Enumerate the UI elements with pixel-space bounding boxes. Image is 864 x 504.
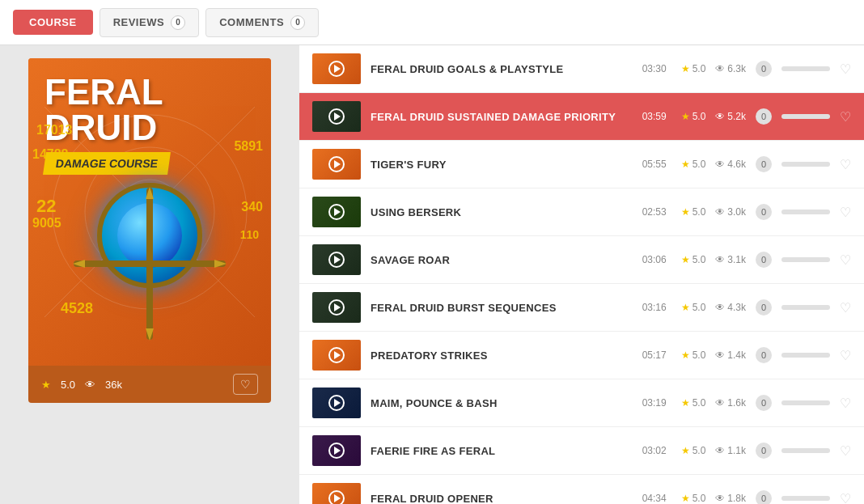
video-views-stat: 👁 1.6k — [715, 397, 746, 409]
video-thumbnail — [312, 101, 361, 132]
video-count-badge: 0 — [756, 204, 772, 220]
views-value: 1.8k — [727, 493, 746, 504]
video-duration: 03:02 — [642, 445, 671, 456]
video-item[interactable]: FERAL DRUID SUSTAINED DAMAGE PRIORITY 03… — [299, 93, 864, 141]
video-item[interactable]: TIGER'S FURY 05:55 ★ 5.0 👁 4.6k 0 ♡ — [299, 141, 864, 188]
play-button-icon — [328, 252, 345, 268]
video-rating-stat: ★ 5.0 — [681, 206, 706, 218]
video-item[interactable]: USING BERSERK 02:53 ★ 5.0 👁 3.0k 0 ♡ — [299, 188, 864, 236]
video-info: FAERIE FIRE AS FERAL — [371, 445, 633, 457]
rating-value: 5.0 — [692, 159, 706, 170]
video-info: TIGER'S FURY — [371, 159, 633, 171]
favorite-icon[interactable]: ♡ — [840, 443, 851, 459]
favorite-icon[interactable]: ♡ — [840, 300, 851, 316]
video-info: PREDATORY STRIKES — [371, 349, 633, 362]
views-value: 3.0k — [727, 206, 746, 218]
video-title: FAERIE FIRE AS FERAL — [371, 445, 633, 457]
play-triangle — [334, 256, 341, 264]
eye-icon: 👁 — [715, 349, 725, 361]
video-meta: 03:19 ★ 5.0 👁 1.6k 0 ♡ — [642, 395, 851, 411]
progress-bar-container — [781, 257, 830, 262]
video-rating-stat: ★ 5.0 — [681, 254, 706, 265]
progress-bar-container — [781, 448, 830, 453]
card-rating: 5.0 — [61, 379, 75, 391]
rating-value: 5.0 — [692, 63, 706, 74]
favorite-icon[interactable]: ♡ — [840, 205, 851, 220]
views-value: 5.2k — [727, 111, 746, 122]
tab-comments[interactable]: COMMENTS 0 — [205, 8, 319, 37]
views-value: 6.3k — [727, 63, 746, 74]
video-item[interactable]: MAIM, POUNCE & BASH 03:19 ★ 5.0 👁 1.6k 0… — [299, 379, 864, 427]
video-rating-stat: ★ 5.0 — [681, 302, 706, 313]
progress-bar-container — [781, 305, 830, 310]
progress-bar-container — [781, 400, 830, 405]
course-card-image: FERAL DRUID DAMAGE COURSE 17013 14788 58… — [28, 58, 271, 366]
card-favorite-button[interactable]: ♡ — [233, 374, 258, 395]
play-button-icon — [328, 395, 345, 411]
star-icon: ★ — [681, 349, 690, 361]
video-count-badge: 0 — [756, 395, 772, 411]
video-item[interactable]: SAVAGE ROAR 03:06 ★ 5.0 👁 3.1k 0 ♡ — [299, 236, 864, 284]
eye-icon: 👁 — [715, 254, 725, 265]
tab-course[interactable]: COURSE — [13, 10, 93, 35]
video-count-badge: 0 — [756, 299, 772, 316]
video-item[interactable]: FAERIE FIRE AS FERAL 03:02 ★ 5.0 👁 1.1k … — [299, 427, 864, 475]
favorite-icon[interactable]: ♡ — [840, 61, 851, 77]
video-count-badge: 0 — [756, 443, 772, 459]
video-item[interactable]: FERAL DRUID GOALS & PLAYSTYLE 03:30 ★ 5.… — [299, 45, 864, 93]
video-thumbnail — [312, 244, 361, 275]
video-thumbnail — [312, 340, 361, 371]
views-value: 3.1k — [727, 254, 746, 265]
play-button-icon — [328, 108, 345, 125]
video-thumbnail — [312, 292, 361, 323]
star-icon: ★ — [681, 111, 690, 122]
video-count-badge: 0 — [756, 490, 772, 504]
video-views-stat: 👁 3.0k — [715, 206, 746, 218]
play-button-icon — [328, 347, 345, 363]
video-meta: 03:06 ★ 5.0 👁 3.1k 0 ♡ — [642, 252, 851, 268]
progress-bar-container — [781, 162, 830, 167]
video-title: PREDATORY STRIKES — [371, 349, 633, 362]
video-duration: 03:19 — [642, 397, 671, 409]
video-meta: 03:16 ★ 5.0 👁 4.3k 0 ♡ — [642, 299, 851, 316]
video-thumbnail — [312, 388, 361, 418]
rating-value: 5.0 — [692, 254, 706, 265]
video-title: FERAL DRUID GOALS & PLAYSTYLE — [371, 63, 633, 75]
left-panel: FERAL DRUID DAMAGE COURSE 17013 14788 58… — [0, 45, 299, 504]
favorite-icon[interactable]: ♡ — [840, 157, 851, 172]
video-title: FERAL DRUID OPENER — [371, 493, 633, 505]
favorite-icon[interactable]: ♡ — [840, 396, 851, 411]
play-button-icon — [328, 61, 345, 77]
video-views-stat: 👁 4.3k — [715, 302, 746, 313]
favorite-icon[interactable]: ♡ — [840, 348, 851, 363]
video-title: FERAL DRUID SUSTAINED DAMAGE PRIORITY — [371, 111, 633, 123]
favorite-icon[interactable]: ♡ — [840, 491, 851, 505]
video-title: USING BERSERK — [371, 206, 633, 218]
video-count-badge: 0 — [756, 156, 772, 172]
video-title: FERAL DRUID BURST SEQUENCES — [371, 302, 633, 314]
star-icon: ★ — [681, 63, 690, 74]
video-views-stat: 👁 5.2k — [715, 111, 746, 122]
video-rating-stat: ★ 5.0 — [681, 493, 706, 504]
rating-value: 5.0 — [692, 111, 706, 122]
video-meta: 05:55 ★ 5.0 👁 4.6k 0 ♡ — [642, 156, 851, 172]
favorite-icon[interactable]: ♡ — [840, 252, 851, 268]
progress-bar-container — [781, 210, 830, 214]
tab-reviews[interactable]: REVIEWS 0 — [100, 8, 200, 37]
video-duration: 03:59 — [642, 111, 671, 122]
play-triangle — [334, 447, 341, 455]
video-meta: 03:02 ★ 5.0 👁 1.1k 0 ♡ — [642, 443, 851, 459]
video-item[interactable]: FERAL DRUID BURST SEQUENCES 03:16 ★ 5.0 … — [299, 284, 864, 332]
favorite-icon[interactable]: ♡ — [840, 109, 851, 125]
video-title: TIGER'S FURY — [371, 159, 633, 171]
video-views-stat: 👁 1.8k — [715, 493, 746, 504]
video-rating-stat: ★ 5.0 — [681, 159, 706, 170]
video-list: FERAL DRUID GOALS & PLAYSTYLE 03:30 ★ 5.… — [299, 45, 864, 504]
video-item[interactable]: FERAL DRUID OPENER 04:34 ★ 5.0 👁 1.8k 0 … — [299, 475, 864, 504]
play-triangle — [334, 208, 341, 216]
play-triangle — [334, 112, 341, 121]
video-item[interactable]: PREDATORY STRIKES 05:17 ★ 5.0 👁 1.4k 0 ♡ — [299, 332, 864, 379]
play-triangle — [334, 65, 341, 73]
video-info: FERAL DRUID SUSTAINED DAMAGE PRIORITY — [371, 111, 633, 123]
card-views: 36k — [105, 379, 122, 391]
